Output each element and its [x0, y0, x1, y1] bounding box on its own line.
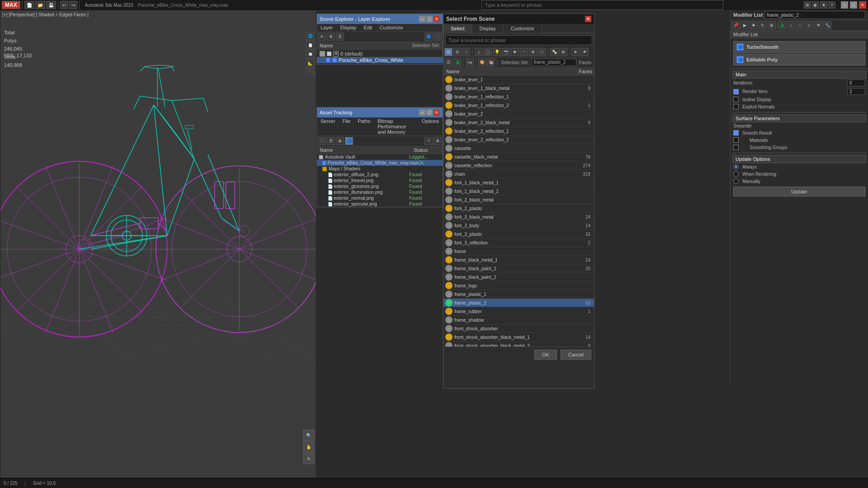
- sp-item[interactable]: ○ brake_lever_2_reflection_2: [443, 136, 594, 144]
- sp-item[interactable]: ○ frame_black_paint_1 20: [443, 264, 594, 273]
- app-icon-1[interactable]: ⊞: [804, 1, 811, 9]
- se-menu-customize[interactable]: Customize: [376, 24, 407, 31]
- mp-iterations-input[interactable]: [847, 80, 865, 86]
- sp-item[interactable]: ○ fork_2_plastic: [443, 204, 594, 213]
- sp-item[interactable]: ○ frame_plastic_2 63: [443, 299, 594, 307]
- sp-tool-bone[interactable]: 🦴: [550, 48, 558, 56]
- sp-tab-customize[interactable]: Customize: [504, 24, 542, 33]
- sp-item[interactable]: ○ fork_3_body 14: [443, 221, 594, 230]
- sp-tool-grid[interactable]: ⊞: [559, 48, 567, 56]
- viewport-3d[interactable]: [+] [Perspective] [ Shaded + Edged Faces…: [0, 10, 316, 478]
- sp-item[interactable]: ○ frame_rubber 1: [443, 307, 594, 316]
- mp-tool-motion[interactable]: ▷: [805, 21, 813, 29]
- se-tool-1[interactable]: ✕: [318, 33, 326, 41]
- sp-item[interactable]: ○ cassette: [443, 144, 594, 153]
- se-side-icon-3[interactable]: 🔲: [306, 50, 314, 58]
- se-side-icon-5[interactable]: ⬛: [306, 68, 314, 76]
- app-icon-4[interactable]: ?: [828, 1, 835, 9]
- sp-cancel-btn[interactable]: Cancel: [561, 350, 591, 360]
- sp-search-input[interactable]: [448, 36, 589, 45]
- sp-tool-hier[interactable]: 🌲: [453, 58, 462, 66]
- sp-tool-light[interactable]: 💡: [493, 48, 501, 56]
- at-menu-options[interactable]: Options: [418, 117, 443, 136]
- sp-item[interactable]: ○ front_shock_absorber_black_metal_1 14: [443, 333, 594, 342]
- mp-turbsmooth-header[interactable]: 🔵 TurboSmooth: [733, 41, 865, 53]
- mp-always-radio[interactable]: [733, 164, 739, 169]
- sp-tool-case[interactable]: Aa: [466, 58, 474, 66]
- at-tool-3[interactable]: ⊞: [336, 137, 344, 145]
- scene-explorer-maximize[interactable]: □: [426, 16, 433, 22]
- sp-tool-group[interactable]: ⬡: [538, 48, 546, 56]
- sp-item[interactable]: ○ brake_lever_1_reflection_1: [443, 93, 594, 101]
- sp-item[interactable]: ○ fork_1_black_metal_2: [443, 187, 594, 196]
- mp-tool-rotate[interactable]: ↻: [759, 21, 767, 29]
- sp-tool-list[interactable]: ☰: [444, 58, 453, 66]
- sp-tool-spacewarp[interactable]: 〰: [520, 48, 528, 56]
- sp-item[interactable]: ○ brake_lever_1_reflection_2 1: [443, 101, 594, 110]
- viewport-nav-btn[interactable]: 🔍: [303, 430, 314, 441]
- se-tool-2[interactable]: ⚙: [327, 33, 335, 41]
- se-side-icon-4[interactable]: 📐: [306, 59, 314, 67]
- se-menu-edit[interactable]: Edit: [360, 24, 376, 31]
- mp-tool-pin[interactable]: 📌: [731, 21, 740, 29]
- sp-item[interactable]: ○ brake_lever_2: [443, 110, 594, 118]
- sp-tab-select[interactable]: Select: [443, 24, 472, 33]
- sp-tool-cam[interactable]: 📷: [502, 48, 510, 56]
- sp-item[interactable]: ○ frame: [443, 247, 594, 256]
- viewport-pan-btn[interactable]: ✋: [303, 441, 314, 452]
- mp-render-iters-input[interactable]: [847, 88, 865, 95]
- sp-item[interactable]: ○ fork_2_black_metal: [443, 196, 594, 204]
- se-tool-4[interactable]: 🔵: [425, 33, 433, 41]
- mp-manually-radio[interactable]: [733, 178, 739, 184]
- mp-update-btn[interactable]: Update: [733, 187, 865, 197]
- sp-item[interactable]: ○ frame_black_paint_2: [443, 273, 594, 282]
- sp-item[interactable]: ○ brake_lever_2_reflection_1: [443, 127, 594, 136]
- sp-tool-color[interactable]: 🎨: [478, 58, 486, 66]
- mp-tool-mod[interactable]: ⌂: [787, 21, 795, 29]
- sp-item[interactable]: ○ fork_3_black_metal 24: [443, 213, 594, 221]
- at-close[interactable]: ✕: [434, 109, 440, 116]
- at-item-vault[interactable]: 🏛 Autodesk Vault Logged...: [317, 154, 443, 160]
- scene-explorer-close[interactable]: ✕: [434, 16, 440, 22]
- mp-tool-display[interactable]: 👁: [814, 21, 822, 29]
- sp-objects-list[interactable]: ○ brake_lever_1 ○ brake_lever_1_black_me…: [443, 75, 594, 347]
- at-menu-file[interactable]: File: [339, 117, 354, 136]
- toolbar-redo[interactable]: ↪: [69, 1, 77, 9]
- sp-tool-shape[interactable]: ◯: [484, 48, 492, 56]
- sp-ok-btn[interactable]: OK: [534, 350, 557, 360]
- se-menu-layer[interactable]: Layer: [317, 24, 337, 31]
- at-minimize[interactable]: ─: [419, 109, 425, 116]
- sp-item[interactable]: ○ fork_1_black_metal_1: [443, 178, 594, 187]
- sp-item[interactable]: ○ brake_lever_2_black_metal 9: [443, 118, 594, 127]
- toolbar-undo[interactable]: ↩: [60, 1, 68, 9]
- sp-item[interactable]: ○ fork_3_plastic 16: [443, 230, 594, 239]
- at-tool-2[interactable]: ☰: [327, 137, 335, 145]
- sp-tool-none[interactable]: □: [462, 48, 471, 56]
- sp-item[interactable]: ○ brake_lever_1_black_metal 9: [443, 84, 594, 93]
- mp-update-header[interactable]: Update Options: [732, 155, 866, 163]
- mp-explicit-checkbox[interactable]: [733, 104, 739, 109]
- at-menu-paths[interactable]: Paths: [354, 117, 374, 136]
- sp-item[interactable]: ○ fork_3_reflection 2: [443, 239, 594, 247]
- sp-item[interactable]: ○ brake_lever_1: [443, 75, 594, 84]
- at-item-maxfile[interactable]: Porsche_eBike_Cross_White_max_vray.max O…: [317, 160, 443, 166]
- scene-explorer-minimize[interactable]: ─: [419, 16, 425, 22]
- at-item-fresnel[interactable]: 📄 exterior_fresnel.png Found: [317, 178, 443, 183]
- se-tool-5[interactable]: ⬛: [434, 33, 442, 41]
- sp-item[interactable]: ○ frame_shadow: [443, 316, 594, 324]
- sp-item[interactable]: ○ chain 318: [443, 170, 594, 178]
- mp-isoline-checkbox[interactable]: [733, 97, 739, 102]
- at-tool-settings[interactable]: ⚙: [434, 137, 442, 145]
- sp-tab-display[interactable]: Display: [472, 24, 504, 33]
- mp-surface-header[interactable]: Surface Parameters: [732, 114, 866, 122]
- sp-tool-layers[interactable]: 📚: [487, 58, 495, 66]
- se-item-bike[interactable]: Porsche_eBike_Cross_White: [317, 57, 443, 63]
- se-side-icon-2[interactable]: 📋: [306, 41, 314, 49]
- mp-materials-checkbox[interactable]: [733, 137, 739, 143]
- sp-item[interactable]: ○ cassette_black_metal 78: [443, 153, 594, 161]
- at-item-normal[interactable]: 📄 exterior_normal.png Found: [317, 195, 443, 201]
- app-minimize-btn[interactable]: ─: [841, 1, 848, 9]
- mp-when-rendering-radio[interactable]: [733, 171, 739, 177]
- sp-tool-system[interactable]: ⚙: [529, 48, 537, 56]
- app-close-btn[interactable]: ✕: [859, 1, 866, 9]
